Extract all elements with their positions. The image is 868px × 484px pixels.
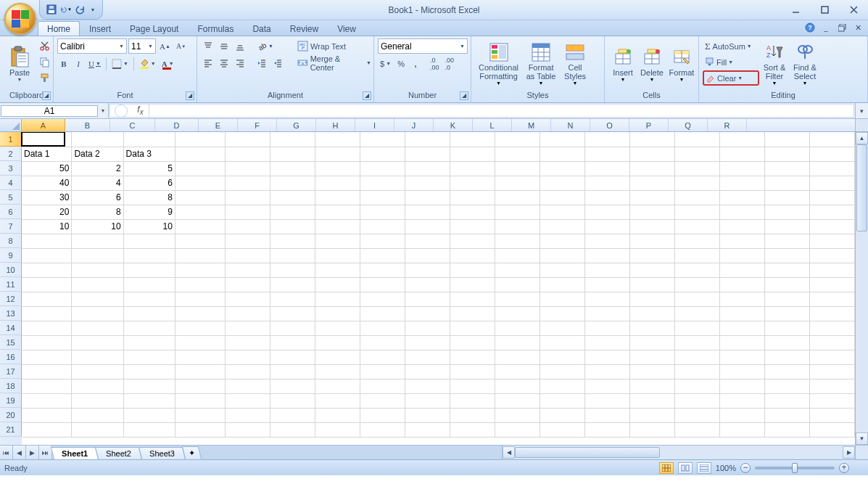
cell-E13[interactable] (225, 306, 270, 321)
cell-J14[interactable] (450, 321, 495, 335)
cell-K6[interactable] (495, 205, 540, 219)
cell-D5[interactable] (175, 190, 225, 205)
cell-G14[interactable] (315, 321, 360, 335)
cell-O3[interactable] (674, 161, 719, 176)
cell-E2[interactable] (225, 147, 270, 161)
cell-O21[interactable] (674, 422, 719, 437)
cell-Q2[interactable] (764, 147, 809, 161)
cell-B1[interactable] (72, 132, 123, 147)
cell-O2[interactable] (674, 147, 719, 161)
cell-G19[interactable] (315, 393, 360, 408)
increase-decimal-button[interactable]: .0.00 (428, 56, 442, 71)
cell-styles-button[interactable]: Cell Styles▼ (560, 38, 590, 88)
cell-O7[interactable] (674, 219, 719, 234)
cell-J17[interactable] (450, 364, 495, 379)
row-header-4[interactable]: 4 (0, 176, 22, 190)
row-header-14[interactable]: 14 (0, 321, 22, 335)
cell-M11[interactable] (584, 277, 629, 292)
help-icon[interactable]: ? (804, 22, 816, 33)
cell-N15[interactable] (629, 335, 674, 350)
row-header-13[interactable]: 13 (0, 306, 22, 321)
decrease-decimal-button[interactable]: .00.0 (443, 56, 457, 71)
cell-I18[interactable] (405, 379, 450, 393)
cell-A7[interactable]: 10 (22, 219, 72, 234)
cell-F3[interactable] (270, 161, 315, 176)
cell-D17[interactable] (175, 364, 225, 379)
cell-K13[interactable] (495, 306, 540, 321)
cells-area[interactable]: Data 1Data 2Data 35025404630682089101010 (22, 132, 855, 445)
cell-M14[interactable] (584, 321, 629, 335)
cell-L1[interactable] (540, 132, 584, 147)
cell-Q1[interactable] (764, 132, 809, 147)
cell-D21[interactable] (175, 422, 225, 437)
cut-button[interactable] (37, 38, 52, 54)
cell-Q5[interactable] (764, 190, 809, 205)
fill-color-button[interactable]: ▼ (137, 56, 158, 71)
comma-format-button[interactable]: , (409, 56, 422, 71)
cell-B8[interactable] (72, 234, 123, 248)
align-right-button[interactable] (233, 55, 247, 70)
number-format-combo[interactable]: General▼ (378, 38, 468, 54)
align-middle-button[interactable] (217, 38, 231, 54)
cell-J21[interactable] (450, 422, 495, 437)
cell-H8[interactable] (360, 234, 405, 248)
hscroll-thumb[interactable] (515, 447, 660, 458)
cell-Q17[interactable] (764, 364, 809, 379)
next-sheet-button[interactable]: ▶ (26, 446, 39, 459)
cell-H9[interactable] (360, 248, 405, 263)
row-header-5[interactable]: 5 (0, 190, 22, 205)
cell-C17[interactable] (123, 364, 175, 379)
cell-I20[interactable] (405, 408, 450, 422)
cell-N2[interactable] (629, 147, 674, 161)
cell-K12[interactable] (495, 292, 540, 306)
cell-P11[interactable] (719, 277, 764, 292)
cell-D11[interactable] (175, 277, 225, 292)
cell-C2[interactable]: Data 3 (123, 147, 175, 161)
cell-E20[interactable] (225, 408, 270, 422)
cell-F21[interactable] (270, 422, 315, 437)
cell-G17[interactable] (315, 364, 360, 379)
cell-I10[interactable] (405, 263, 450, 277)
tab-home[interactable]: Home (38, 21, 80, 36)
cell-E3[interactable] (225, 161, 270, 176)
cell-L5[interactable] (540, 190, 584, 205)
cell-N14[interactable] (629, 321, 674, 335)
cell-E4[interactable] (225, 176, 270, 190)
cell-B18[interactable] (72, 379, 123, 393)
cell-D10[interactable] (175, 263, 225, 277)
minimize-ribbon-icon[interactable]: _ (820, 22, 832, 33)
cell-C3[interactable]: 5 (123, 161, 175, 176)
cell-P20[interactable] (719, 408, 764, 422)
cell-A12[interactable] (22, 292, 72, 306)
sort-filter-button[interactable]: AZSort & Filter▼ (759, 38, 790, 88)
cell-L19[interactable] (540, 393, 584, 408)
cell-O17[interactable] (674, 364, 719, 379)
cell-P18[interactable] (719, 379, 764, 393)
cell-C10[interactable] (123, 263, 175, 277)
cell-A6[interactable]: 20 (22, 205, 72, 219)
col-header-B[interactable]: B (65, 119, 110, 131)
cell-G21[interactable] (315, 422, 360, 437)
cell-O1[interactable] (674, 132, 719, 147)
cell-L18[interactable] (540, 379, 584, 393)
cell-N11[interactable] (629, 277, 674, 292)
cell-Q20[interactable] (764, 408, 809, 422)
cell-D18[interactable] (175, 379, 225, 393)
insert-cells-button[interactable]: Insert▼ (608, 38, 637, 88)
col-header-O[interactable]: O (590, 119, 629, 131)
cell-R16[interactable] (809, 350, 854, 364)
cell-Q19[interactable] (764, 393, 809, 408)
cell-M5[interactable] (584, 190, 629, 205)
sheet-tab-sheet2[interactable]: Sheet2 (95, 447, 142, 459)
cell-H7[interactable] (360, 219, 405, 234)
cell-A8[interactable] (22, 234, 72, 248)
cell-B17[interactable] (72, 364, 123, 379)
cell-F14[interactable] (270, 321, 315, 335)
cell-N19[interactable] (629, 393, 674, 408)
cell-R21[interactable] (809, 422, 854, 437)
cell-E16[interactable] (225, 350, 270, 364)
alignment-dialog-launcher[interactable]: ◢ (363, 91, 371, 100)
cell-N3[interactable] (629, 161, 674, 176)
cell-H11[interactable] (360, 277, 405, 292)
cell-I14[interactable] (405, 321, 450, 335)
